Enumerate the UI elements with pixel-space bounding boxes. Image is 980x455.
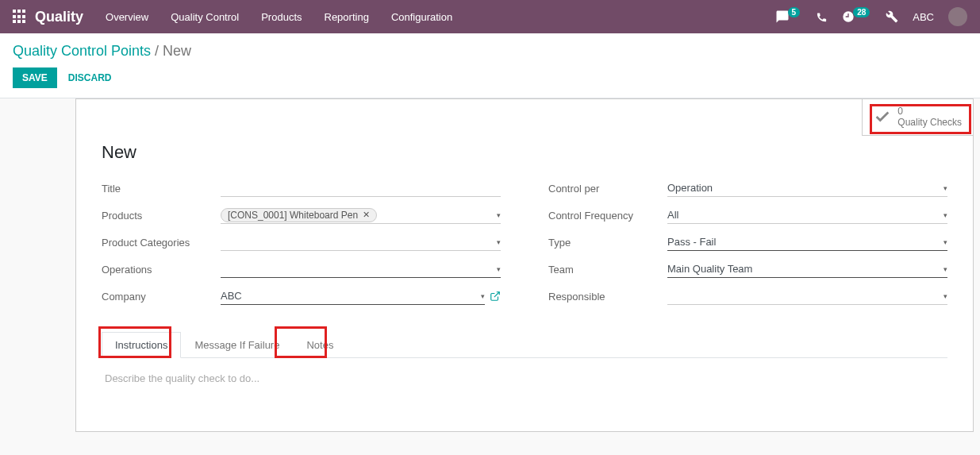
activities-icon[interactable]: 28 <box>842 10 871 23</box>
form-columns: Title Products [CONS_0001] Whiteboard Pe… <box>102 179 947 314</box>
operations-field[interactable]: ▾ <box>221 260 501 278</box>
form-sheet: 0 Quality Checks New Title Products <box>75 98 974 432</box>
products-field[interactable]: [CONS_0001] Whiteboard Pen ✕ ▾ <box>221 206 501 224</box>
notebook-tabs: Instructions Message If Failure Notes <box>102 331 947 358</box>
main-menu: Overview Quality Control Products Report… <box>106 11 452 23</box>
save-button[interactable]: SAVE <box>13 67 57 88</box>
control-per-field[interactable]: Operation ▾ <box>667 179 947 197</box>
form-area: 0 Quality Checks New Title Products <box>0 98 980 432</box>
chevron-down-icon: ▾ <box>943 265 947 273</box>
title-field[interactable] <box>221 179 501 197</box>
tab-instructions[interactable]: Instructions <box>102 332 181 358</box>
chevron-down-icon: ▾ <box>497 211 501 219</box>
user-name[interactable]: ABC <box>913 11 934 23</box>
control-per-value: Operation <box>667 182 713 194</box>
team-label: Team <box>548 264 667 276</box>
type-value: Pass - Fail <box>667 236 716 248</box>
menu-overview[interactable]: Overview <box>106 11 148 23</box>
control-panel: Quality Control Points / New SAVE DISCAR… <box>0 33 980 98</box>
operations-label: Operations <box>102 264 221 276</box>
breadcrumb-current: New <box>163 43 191 59</box>
external-link-icon[interactable] <box>490 291 501 302</box>
stat-text: 0 Quality Checks <box>897 106 962 129</box>
breadcrumb-parent[interactable]: Quality Control Points <box>13 43 151 59</box>
form-col-right: Control per Operation ▾ Control Frequenc… <box>548 179 947 314</box>
company-value: ABC <box>221 290 242 302</box>
instructions-placeholder: Describe the quality check to do... <box>105 372 259 384</box>
avatar[interactable] <box>948 7 967 26</box>
discard-button[interactable]: DISCARD <box>68 72 112 83</box>
breadcrumb: Quality Control Points / New <box>13 43 967 60</box>
tab-notes[interactable]: Notes <box>293 332 347 358</box>
menu-configuration[interactable]: Configuration <box>391 11 452 23</box>
top-navbar: Quality Overview Quality Control Product… <box>0 0 980 33</box>
debug-icon[interactable] <box>886 10 898 23</box>
chevron-down-icon: ▾ <box>943 211 947 219</box>
breadcrumb-separator: / <box>155 43 163 59</box>
responsible-field[interactable]: ▾ <box>667 287 947 305</box>
product-tag-text: [CONS_0001] Whiteboard Pen <box>228 210 358 221</box>
messages-badge: 5 <box>788 7 801 17</box>
svg-line-0 <box>494 292 499 297</box>
control-buttons: SAVE DISCARD <box>13 67 967 88</box>
categories-field[interactable]: ▾ <box>221 233 501 251</box>
check-icon <box>874 108 891 125</box>
control-freq-label: Control Frequency <box>548 210 667 222</box>
quality-checks-stat[interactable]: 0 Quality Checks <box>862 99 973 136</box>
responsible-label: Responsible <box>548 291 667 303</box>
team-value: Main Quality Team <box>667 263 752 275</box>
control-per-label: Control per <box>548 183 667 195</box>
remove-tag-icon[interactable]: ✕ <box>363 210 370 220</box>
topnav-right: 5 28 ABC <box>775 7 967 26</box>
apps-icon[interactable] <box>13 10 27 24</box>
type-field[interactable]: Pass - Fail ▾ <box>667 233 947 251</box>
tab-message-if-failure[interactable]: Message If Failure <box>181 332 293 358</box>
sheet-inner: New Title Products [CONS_0001] Whiteboar… <box>76 99 973 418</box>
chevron-down-icon: ▾ <box>497 238 501 246</box>
chevron-down-icon: ▾ <box>481 292 485 300</box>
tab-content[interactable]: Describe the quality check to do... <box>102 358 947 399</box>
stat-label: Quality Checks <box>897 117 962 128</box>
categories-label: Product Categories <box>102 237 221 249</box>
stat-count: 0 <box>897 106 962 117</box>
menu-products[interactable]: Products <box>261 11 302 23</box>
record-title: New <box>102 142 947 163</box>
chevron-down-icon: ▾ <box>943 238 947 246</box>
company-field[interactable]: ABC ▾ <box>221 287 485 305</box>
chevron-down-icon: ▾ <box>943 184 947 192</box>
chevron-down-icon: ▾ <box>943 292 947 300</box>
menu-reporting[interactable]: Reporting <box>325 11 369 23</box>
phone-icon[interactable] <box>816 11 828 23</box>
products-label: Products <box>102 210 221 222</box>
app-brand[interactable]: Quality <box>35 9 83 25</box>
type-label: Type <box>548 237 667 249</box>
form-col-left: Title Products [CONS_0001] Whiteboard Pe… <box>102 179 501 314</box>
chevron-down-icon: ▾ <box>497 265 501 273</box>
company-label: Company <box>102 291 221 303</box>
messages-icon[interactable]: 5 <box>775 10 802 24</box>
control-freq-value: All <box>667 209 678 221</box>
product-tag: [CONS_0001] Whiteboard Pen ✕ <box>221 208 377 222</box>
team-field[interactable]: Main Quality Team ▾ <box>667 260 947 278</box>
activities-badge: 28 <box>853 7 870 17</box>
control-freq-field[interactable]: All ▾ <box>667 206 947 224</box>
menu-quality-control[interactable]: Quality Control <box>171 11 239 23</box>
title-label: Title <box>102 183 221 195</box>
